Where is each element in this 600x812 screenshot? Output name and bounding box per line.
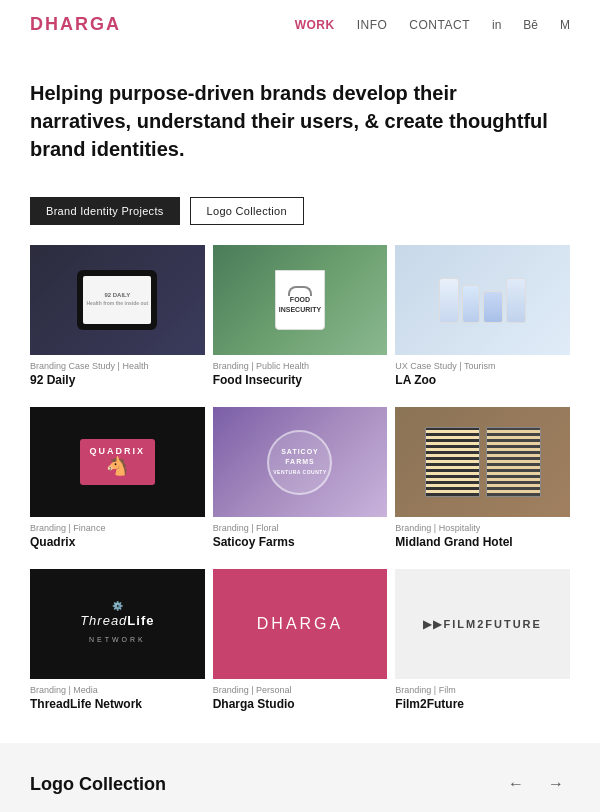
logo-section-header: Logo Collection ← → — [30, 771, 570, 797]
portfolio-category: Branding | Finance — [30, 523, 205, 533]
portfolio-item-saticoy-farms[interactable]: SATICOYFARMSVENTURA COUNTY Branding | Fl… — [213, 407, 388, 561]
portfolio-meta-food-insecurity: Branding | Public Health Food Insecurity — [213, 355, 388, 399]
portfolio-title: Quadrix — [30, 535, 205, 549]
nav-links: WORK INFO CONTACT in Bē M — [295, 18, 570, 32]
portfolio-meta-la-zoo: UX Case Study | Tourism LA Zoo — [395, 355, 570, 399]
portfolio-title: LA Zoo — [395, 373, 570, 387]
portfolio-thumb-food-insecurity: FOODINSECURITY — [213, 245, 388, 355]
nav-info[interactable]: INFO — [357, 18, 388, 32]
brand-logo[interactable]: DHARGA — [30, 14, 121, 35]
portfolio-meta-midland-grand-hotel: Branding | Hospitality Midland Grand Hot… — [395, 517, 570, 561]
portfolio-item-midland-grand-hotel[interactable]: Branding | Hospitality Midland Grand Hot… — [395, 407, 570, 561]
hero-section: Helping purpose-driven brands develop th… — [0, 49, 600, 183]
portfolio-meta-saticoy-farms: Branding | Floral Saticoy Farms — [213, 517, 388, 561]
portfolio-item-dharga-studio[interactable]: DHARGA Branding | Personal Dharga Studio — [213, 569, 388, 723]
portfolio-item-quadrix[interactable]: QUADRIX 🐴 Branding | Finance Quadrix — [30, 407, 205, 561]
logo-nav-controls: ← → — [502, 771, 570, 797]
film2future-logo-text: ▶▶FILM2FUTURE — [423, 618, 541, 631]
navigation: DHARGA WORK INFO CONTACT in Bē M — [0, 0, 600, 49]
portfolio-thumb-dharga-studio: DHARGA — [213, 569, 388, 679]
logo-next-button[interactable]: → — [542, 771, 570, 797]
portfolio-thumb-92-daily: 92 DAILYHealth from the inside out — [30, 245, 205, 355]
portfolio-item-la-zoo[interactable]: UX Case Study | Tourism LA Zoo — [395, 245, 570, 399]
portfolio-item-film2future[interactable]: ▶▶FILM2FUTURE Branding | Film Film2Futur… — [395, 569, 570, 723]
medium-icon[interactable]: M — [560, 18, 570, 32]
filter-brand-identity[interactable]: Brand Identity Projects — [30, 197, 180, 225]
nav-contact[interactable]: CONTACT — [409, 18, 470, 32]
portfolio-category: Branding | Film — [395, 685, 570, 695]
logo-section-title: Logo Collection — [30, 774, 166, 795]
dharga-logo-text: DHARGA — [257, 615, 343, 633]
portfolio-thumb-threadlife-network: ⚙️ ThreadLifeNETWORK — [30, 569, 205, 679]
portfolio-item-threadlife-network[interactable]: ⚙️ ThreadLifeNETWORK Branding | Media Th… — [30, 569, 205, 723]
hero-text: Helping purpose-driven brands develop th… — [30, 79, 550, 163]
portfolio-meta-film2future: Branding | Film Film2Future — [395, 679, 570, 723]
portfolio-title: Food Insecurity — [213, 373, 388, 387]
portfolio-thumb-la-zoo — [395, 245, 570, 355]
portfolio-category: Branding | Floral — [213, 523, 388, 533]
logo-prev-button[interactable]: ← — [502, 771, 530, 797]
portfolio-thumb-midland-grand-hotel — [395, 407, 570, 517]
behance-icon[interactable]: Bē — [523, 18, 538, 32]
filter-logo-collection[interactable]: Logo Collection — [190, 197, 304, 225]
nav-work[interactable]: WORK — [295, 18, 335, 32]
portfolio-title: 92 Daily — [30, 373, 205, 387]
portfolio-title: Film2Future — [395, 697, 570, 711]
portfolio-thumb-saticoy-farms: SATICOYFARMSVENTURA COUNTY — [213, 407, 388, 517]
portfolio-category: UX Case Study | Tourism — [395, 361, 570, 371]
portfolio-item-food-insecurity[interactable]: FOODINSECURITY Branding | Public Health … — [213, 245, 388, 399]
portfolio-category: Branding | Hospitality — [395, 523, 570, 533]
portfolio-title: Saticoy Farms — [213, 535, 388, 549]
portfolio-meta-dharga-studio: Branding | Personal Dharga Studio — [213, 679, 388, 723]
portfolio-meta-92-daily: Branding Case Study | Health 92 Daily — [30, 355, 205, 399]
portfolio-meta-quadrix: Branding | Finance Quadrix — [30, 517, 205, 561]
filter-buttons: Brand Identity Projects Logo Collection — [0, 183, 600, 245]
portfolio-item-92-daily[interactable]: 92 DAILYHealth from the inside out Brand… — [30, 245, 205, 399]
portfolio-title: Midland Grand Hotel — [395, 535, 570, 549]
logo-collection-section: Logo Collection ← → ValleyQuail SAN FERN… — [0, 743, 600, 812]
portfolio-meta-threadlife-network: Branding | Media ThreadLife Network — [30, 679, 205, 723]
portfolio-thumb-film2future: ▶▶FILM2FUTURE — [395, 569, 570, 679]
portfolio-category: Branding Case Study | Health — [30, 361, 205, 371]
portfolio-thumb-quadrix: QUADRIX 🐴 — [30, 407, 205, 517]
portfolio-category: Branding | Personal — [213, 685, 388, 695]
portfolio-category: Branding | Public Health — [213, 361, 388, 371]
portfolio-grid: 92 DAILYHealth from the inside out Brand… — [0, 245, 600, 733]
linkedin-icon[interactable]: in — [492, 18, 501, 32]
portfolio-title: ThreadLife Network — [30, 697, 205, 711]
portfolio-category: Branding | Media — [30, 685, 205, 695]
portfolio-title: Dharga Studio — [213, 697, 388, 711]
